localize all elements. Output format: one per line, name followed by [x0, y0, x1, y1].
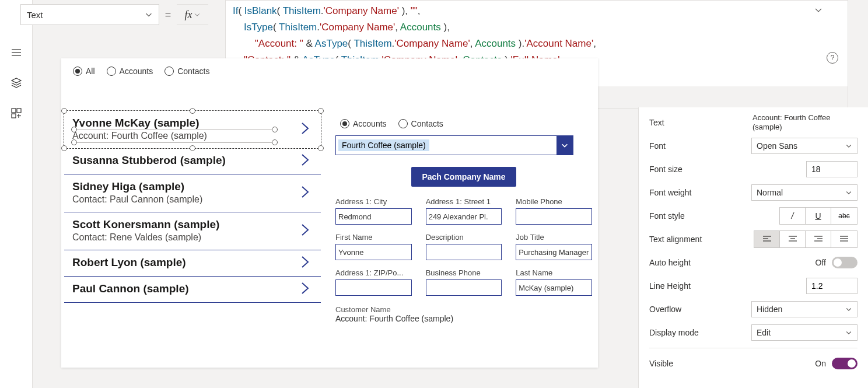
field-label: Last Name	[516, 268, 592, 277]
property-dropdown-value: Text	[27, 10, 43, 20]
prop-lineheight-label: Line Height	[649, 281, 806, 291]
prop-text-value: Account: Fourth Coffee (sample)	[752, 113, 858, 132]
chevron-down-icon	[561, 141, 569, 149]
align-right-button[interactable]	[806, 231, 831, 247]
insert-icon[interactable]	[10, 107, 22, 121]
chevron-right-icon[interactable]	[300, 281, 310, 298]
company-dropdown-value: Fourth Coffee (sample)	[338, 139, 429, 151]
prop-visible-state: On	[815, 359, 826, 368]
gallery-item[interactable]: Scott Konersmann (sample)Contact: Rene V…	[64, 212, 321, 250]
field-label: Address 1: Street 1	[426, 197, 502, 206]
prop-align-label: Text alignment	[649, 235, 754, 244]
property-dropdown[interactable]: Text	[20, 4, 159, 25]
gallery-item[interactable]: Sidney Higa (sample)Contact: Paul Cannon…	[64, 174, 321, 212]
gallery-item-title: Scott Konersmann (sample)	[72, 218, 313, 231]
field-input[interactable]	[516, 279, 592, 296]
layers-icon[interactable]	[10, 77, 22, 91]
chevron-right-icon[interactable]	[300, 222, 310, 240]
prop-displaymode-select[interactable]: Edit	[751, 324, 858, 341]
prop-autoheight-label: Auto height	[649, 258, 816, 267]
left-rail	[0, 0, 33, 388]
gallery-item[interactable]: Paul Cannon (sample)	[64, 277, 321, 303]
prop-lineheight-input[interactable]	[806, 278, 858, 294]
field-label: Address 1: ZIP/Po...	[335, 268, 412, 277]
gallery-item-title: Sidney Higa (sample)	[72, 180, 313, 193]
prop-visible-label: Visible	[649, 359, 815, 368]
field-label: First Name	[335, 233, 412, 242]
filter-accounts[interactable]: Accounts	[107, 67, 153, 76]
strike-button[interactable]: abc	[831, 208, 857, 224]
gallery-item[interactable]: Susanna Stubberod (sample)	[64, 148, 321, 174]
form-field: Address 1: City	[335, 197, 412, 225]
field-input[interactable]	[426, 244, 502, 260]
field-input[interactable]	[335, 208, 412, 225]
customer-name-value: Account: Fourth Coffee (sample)	[335, 314, 592, 323]
svg-rect-4	[12, 109, 16, 113]
italic-button[interactable]: /	[780, 208, 806, 224]
prop-overflow-label: Overflow	[649, 305, 751, 314]
align-justify-button[interactable]	[831, 231, 857, 247]
gallery-item[interactable]: Robert Lyon (sample)	[64, 250, 321, 277]
prop-autoheight-toggle[interactable]	[832, 257, 858, 268]
prop-overflow-select[interactable]: Hidden	[751, 301, 858, 317]
field-label: Description	[426, 233, 502, 242]
prop-fontweight-select[interactable]: Normal	[751, 184, 858, 201]
detail-form: Accounts Contacts Fourth Coffee (sample)…	[335, 117, 592, 323]
prop-fontsize-label: Font size	[649, 165, 806, 174]
company-dropdown[interactable]: Fourth Coffee (sample)	[335, 135, 573, 155]
gallery-item-title: Yvonne McKay (sample)	[72, 117, 313, 130]
customer-name-block: Customer Name Account: Fourth Coffee (sa…	[335, 305, 592, 323]
field-label: Mobile Phone	[516, 197, 592, 206]
help-icon[interactable]: ?	[827, 52, 838, 64]
gallery-item[interactable]: Yvonne McKay (sample)Account: Fourth Cof…	[64, 110, 321, 149]
chevron-right-icon[interactable]	[300, 121, 310, 138]
prop-fontweight-label: Font weight	[649, 188, 751, 197]
prop-displaymode-label: Display mode	[649, 328, 751, 337]
gallery-item-subtitle: Contact: Rene Valdes (sample)	[72, 232, 313, 243]
chevron-down-icon[interactable]	[814, 5, 823, 15]
chevron-right-icon[interactable]	[300, 254, 310, 272]
field-input[interactable]	[426, 208, 502, 225]
field-input[interactable]	[335, 244, 412, 260]
prop-fontstyle-group: / U abc	[779, 207, 858, 225]
gallery-item-subtitle: Account: Fourth Coffee (sample)	[72, 131, 313, 141]
field-input[interactable]	[335, 279, 412, 296]
svg-rect-5	[17, 109, 21, 113]
field-input[interactable]	[516, 208, 592, 225]
app-canvas: All Accounts Contacts Yvonne McKay (samp…	[61, 58, 598, 368]
align-center-button[interactable]	[780, 231, 806, 247]
detail-radio-accounts[interactable]: Accounts	[340, 119, 387, 128]
prop-autoheight-state: Off	[816, 258, 826, 267]
detail-radio-contacts[interactable]: Contacts	[398, 119, 443, 128]
gallery-item-title: Susanna Stubberod (sample)	[72, 154, 313, 167]
field-label: Job Title	[516, 233, 592, 242]
underline-button[interactable]: U	[806, 208, 831, 224]
prop-font-label: Font	[649, 141, 751, 151]
align-left-button[interactable]	[754, 231, 780, 247]
form-field: First Name	[335, 233, 412, 260]
form-field: Last Name	[516, 268, 592, 296]
hamburger-icon[interactable]	[10, 47, 22, 61]
form-field: Business Phone	[426, 268, 502, 296]
filter-contacts[interactable]: Contacts	[164, 67, 209, 76]
chevron-right-icon[interactable]	[300, 152, 310, 170]
svg-marker-3	[12, 78, 21, 83]
chevron-right-icon[interactable]	[300, 184, 310, 202]
prop-fontstyle-label: Font style	[649, 211, 779, 221]
chevron-down-icon	[194, 11, 201, 18]
gallery-item-title: Paul Cannon (sample)	[72, 282, 313, 295]
chevron-down-icon	[145, 11, 153, 19]
field-input[interactable]	[516, 244, 592, 260]
equals-sign: =	[159, 9, 177, 21]
filter-all[interactable]: All	[73, 67, 95, 76]
fx-button[interactable]: fx	[177, 4, 208, 25]
properties-panel: Text Account: Fourth Coffee (sample) Fon…	[638, 107, 868, 388]
prop-visible-toggle[interactable]	[832, 358, 858, 369]
filter-radio-group: All Accounts Contacts	[61, 58, 598, 82]
prop-font-select[interactable]: Open Sans	[751, 138, 858, 154]
patch-button[interactable]: Pach Company Name	[411, 167, 516, 187]
field-input[interactable]	[426, 279, 502, 296]
svg-rect-6	[12, 114, 16, 118]
prop-fontsize-input[interactable]	[806, 161, 858, 177]
gallery-item-title: Robert Lyon (sample)	[72, 256, 313, 269]
